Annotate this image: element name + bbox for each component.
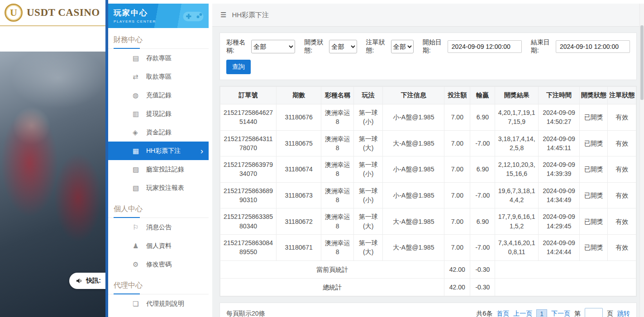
bet-row: 2152172586368990310 31180673 澳洲幸运8 第一球(小…: [220, 182, 636, 208]
cell-bet-amount: 7.00: [444, 130, 470, 156]
draw-status-select[interactable]: 全部: [329, 40, 357, 53]
sidebar-item-change-password[interactable]: ⚙ 修改密碼: [108, 255, 209, 274]
app-logo[interactable]: U USDT CASINO: [0, 0, 105, 26]
bet-row: 2152172586462751440 31180676 澳洲幸运8 第一球(小…: [220, 104, 636, 131]
withdraw-icon: ⇄: [133, 73, 146, 81]
cell-draw-result: 19,6,7,3,18,14,4,2: [495, 182, 539, 208]
cell-bet-amount: 7.00: [444, 234, 470, 260]
cell-draw-result: 3,18,17,4,14,2,5,8: [495, 130, 539, 156]
cell-bet-info: 小-A盤@1.985: [383, 156, 444, 183]
cell-bet-time: 2024-09-09 14:45:11: [538, 130, 579, 156]
bet-row: 2152172586431178070 31180675 澳洲幸运8 第一球(大…: [220, 130, 636, 156]
scrollbar-thumb[interactable]: [640, 25, 644, 100]
page-summary-bet-total: 42.00: [444, 260, 470, 278]
cell-play-type: 第一球(小): [353, 104, 382, 131]
page-summary-label: 當前頁統計: [220, 260, 444, 278]
sidebar-item-hh-lottery-bets[interactable]: ▦ HH彩票下注 ›: [108, 142, 209, 160]
sidebar: 玩家中心 PLAYERS CENTER 財務中心 ▤ 存款專區 ⇄ 取款專區 ◍…: [105, 0, 212, 317]
cell-win-loss: -7.00: [470, 234, 495, 260]
page-jump-input[interactable]: [585, 308, 603, 317]
first-page-link[interactable]: 首页: [496, 310, 509, 317]
total-summary-label: 總統計: [220, 278, 444, 296]
sidebar-item-withdrawal-records[interactable]: ▥ 提現記錄: [108, 104, 209, 123]
cell-lottery-name: 澳洲幸运8: [321, 130, 354, 156]
withdrawal-record-icon: ▥: [133, 110, 146, 118]
announcement-icon: ⚐: [133, 223, 146, 232]
sidebar-item-profile[interactable]: ♟ 個人資料: [108, 237, 209, 255]
cell-lottery-name: 澳洲幸运8: [321, 104, 354, 131]
sidebar-item-label: 修改密碼: [146, 260, 172, 269]
sidebar-item-deposit[interactable]: ▤ 存款專區: [108, 49, 209, 67]
col-header-lottery-name: 彩種名稱: [321, 87, 354, 104]
ticker-label: 快訊:: [86, 277, 101, 285]
cell-order-status: 有效: [608, 208, 636, 235]
sidebar-item-label: 充值記錄: [146, 91, 172, 99]
col-header-bet-info: 下注信息: [383, 87, 444, 104]
cell-win-loss: 6.90: [470, 156, 495, 183]
order-status-label: 注單狀態:: [366, 38, 388, 55]
sidebar-item-player-bet-report[interactable]: ▧ 玩家投注報表: [108, 179, 209, 197]
sidebar-item-recharge-records[interactable]: ◍ 充值記錄: [108, 86, 209, 104]
sidebar-item-label: HH彩票下注: [146, 147, 181, 155]
cell-win-loss: 6.90: [470, 104, 495, 131]
cell-play-type: 第一球(小): [353, 182, 382, 208]
start-date-input[interactable]: [448, 40, 522, 53]
cell-play-type: 第一球(大): [353, 130, 382, 156]
cell-lottery-name: 澳洲幸运8: [321, 234, 354, 260]
cell-issue: 31180676: [277, 104, 321, 131]
sidebar-item-room-bet-records[interactable]: ▨ 廳室投註記錄: [108, 160, 209, 179]
menu-toggle-icon[interactable]: ☰: [220, 11, 226, 19]
order-status-select[interactable]: 全部: [391, 40, 414, 53]
promo-photo: 快訊:: [0, 52, 105, 317]
sidebar-item-label: 廳室投註記錄: [146, 166, 184, 174]
page-summary-row: 當前頁統計 42.00 -0.30: [220, 260, 636, 278]
logo-text: USDT CASINO: [27, 7, 100, 19]
cell-draw-result: 17,7,9,6,16,11,5,2: [495, 208, 539, 235]
current-page-button[interactable]: 1: [536, 309, 547, 317]
start-date-label: 開始日期:: [423, 38, 445, 55]
col-header-issue: 期數: [277, 87, 321, 104]
pagination-controls: 共6条 首页 上一页 1 下一页 第 页 跳转: [476, 308, 630, 317]
search-button[interactable]: 查詢: [226, 60, 251, 74]
filter-actions: 查詢: [226, 60, 630, 74]
deposit-icon: ▤: [133, 54, 146, 62]
news-ticker[interactable]: 快訊:: [69, 273, 105, 289]
cell-order-no: 2152172586397934070: [220, 156, 277, 183]
cell-bet-amount: 7.00: [444, 156, 470, 183]
col-header-play-type: 玩法: [353, 87, 382, 104]
funds-record-icon: ◈: [133, 128, 146, 137]
cell-bet-time: 2024-09-09 14:39:39: [538, 156, 579, 183]
filter-row: 彩種名稱: 全部 開獎狀態: 全部 注單狀態: 全部 開始日期: 結束日期:: [226, 38, 630, 55]
sidebar-item-label: 個人資料: [146, 242, 172, 250]
cell-play-type: 第一球(小): [353, 156, 382, 183]
next-page-link[interactable]: 下一页: [551, 310, 570, 317]
page-title: HH彩票下注: [232, 11, 269, 19]
cell-win-loss: 6.90: [470, 208, 495, 235]
jump-page-link[interactable]: 跳转: [617, 310, 630, 317]
page-summary-winloss-total: -0.30: [470, 260, 495, 278]
sidebar-item-funds-records[interactable]: ◈ 資金記錄: [108, 123, 209, 142]
cell-play-type: 第一球(大): [353, 234, 382, 260]
sidebar-item-withdraw[interactable]: ⇄ 取款專區: [108, 67, 209, 86]
col-header-bet-time: 下注時間: [538, 87, 579, 104]
gamepad-icon: [182, 9, 204, 23]
prev-page-link[interactable]: 上一页: [513, 310, 532, 317]
col-header-order-status: 注單狀態: [608, 87, 636, 104]
cell-draw-result: 7,3,4,16,20,10,8,11: [495, 234, 539, 260]
col-header-draw-result: 開獎結果: [495, 87, 539, 104]
sidebar-item-announcements[interactable]: ⚐ 消息公告: [108, 218, 209, 237]
vertical-scrollbar[interactable]: [639, 4, 644, 317]
total-summary-bet-total: 42.00: [444, 278, 470, 296]
sidebar-item-agent-rules[interactable]: ❏ 代理規則說明: [108, 294, 209, 313]
sidebar-item-label: 代理規則說明: [146, 300, 184, 308]
filter-panel: 彩種名稱: 全部 開獎狀態: 全部 注單狀態: 全部 開始日期: 結束日期:: [219, 33, 637, 80]
cell-bet-info: 大-A盤@1.985: [383, 208, 444, 235]
page: U USDT CASINO 快訊: 玩家中心 PLAYERS CENTER: [0, 0, 644, 317]
cell-order-status: 有效: [608, 182, 636, 208]
lottery-name-select[interactable]: 全部: [251, 40, 295, 53]
cell-bet-info: 小-A盤@1.985: [383, 104, 444, 131]
cell-issue: 31180674: [277, 156, 321, 183]
end-date-input[interactable]: [556, 40, 630, 53]
cell-bet-amount: 7.00: [444, 182, 470, 208]
pagination-bar: 每頁顯示20條 共6条 首页 上一页 1 下一页 第 页 跳转: [219, 303, 637, 317]
